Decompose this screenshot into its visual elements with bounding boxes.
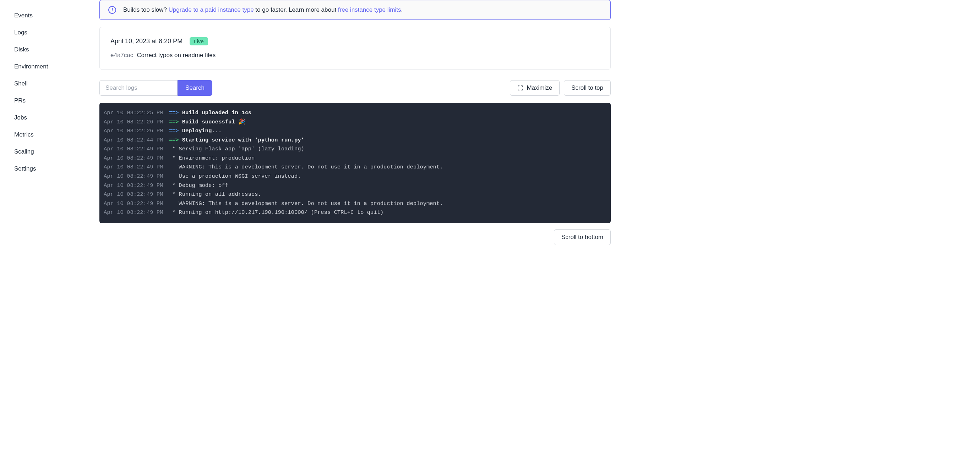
log-line: Apr 10 08:22:26 PM==> Build successful 🎉 (104, 118, 606, 127)
sidebar-item-prs[interactable]: PRs (0, 92, 99, 109)
log-arrow-icon: ==> (169, 137, 182, 143)
sidebar-item-events[interactable]: Events (0, 7, 99, 24)
log-timestamp: Apr 10 08:22:44 PM (104, 136, 169, 145)
log-message: * Environment: production (169, 154, 255, 163)
scroll-top-label: Scroll to top (571, 84, 603, 92)
banner-text: Builds too slow? Upgrade to a paid insta… (123, 6, 402, 13)
sidebar-item-metrics[interactable]: Metrics (0, 126, 99, 143)
sidebar-item-disks[interactable]: Disks (0, 41, 99, 58)
log-line: Apr 10 08:22:44 PM==> Starting service w… (104, 136, 606, 145)
log-timestamp: Apr 10 08:22:49 PM (104, 208, 169, 217)
scroll-to-top-button[interactable]: Scroll to top (564, 80, 611, 96)
log-message: ==> Deploying... (169, 127, 221, 136)
log-timestamp: Apr 10 08:22:49 PM (104, 199, 169, 209)
commit-hash[interactable]: e4a7cac (110, 52, 133, 59)
sidebar-item-jobs[interactable]: Jobs (0, 109, 99, 126)
log-arrow-icon: ==> (169, 109, 182, 116)
main-content: i Builds too slow? Upgrade to a paid ins… (99, 0, 625, 461)
sidebar-item-scaling[interactable]: Scaling (0, 143, 99, 160)
log-message: ==> Starting service with 'python run.py… (169, 136, 304, 145)
sidebar-item-environment[interactable]: Environment (0, 58, 99, 75)
deploy-card: April 10, 2023 at 8:20 PM Live e4a7cac C… (99, 27, 611, 70)
log-message: * Running on all addresses. (169, 190, 261, 199)
log-line: Apr 10 08:22:49 PM * Environment: produc… (104, 154, 606, 163)
log-line: Apr 10 08:22:49 PM WARNING: This is a de… (104, 163, 606, 172)
info-icon: i (108, 6, 116, 14)
log-line: Apr 10 08:22:49 PM * Running on http://1… (104, 208, 606, 217)
maximize-label: Maximize (527, 84, 552, 92)
log-line: Apr 10 08:22:49 PM WARNING: This is a de… (104, 199, 606, 209)
log-message: * Debug mode: off (169, 181, 228, 190)
sidebar-item-shell[interactable]: Shell (0, 75, 99, 92)
controls-row: Search Maximize Scroll to top (99, 80, 611, 96)
commit-message: Correct typos on readme files (137, 52, 216, 59)
search-input[interactable] (99, 80, 178, 96)
log-timestamp: Apr 10 08:22:26 PM (104, 118, 169, 127)
log-message: * Running on http://10.217.190.190:10000… (169, 208, 383, 217)
log-message: ==> Build uploaded in 14s (169, 109, 251, 118)
log-arrow-icon: ==> (169, 119, 182, 125)
upgrade-link[interactable]: Upgrade to a paid instance type (169, 6, 254, 13)
log-timestamp: Apr 10 08:22:26 PM (104, 127, 169, 136)
log-line: Apr 10 08:22:49 PM * Running on all addr… (104, 190, 606, 199)
log-timestamp: Apr 10 08:22:49 PM (104, 163, 169, 172)
banner-text-after: . (401, 6, 402, 13)
maximize-button[interactable]: Maximize (510, 80, 560, 96)
log-message: WARNING: This is a development server. D… (169, 199, 443, 209)
banner-text-mid: to go faster. Learn more about (254, 6, 338, 13)
log-line: Apr 10 08:22:49 PM Use a production WSGI… (104, 172, 606, 181)
log-timestamp: Apr 10 08:22:49 PM (104, 181, 169, 190)
scroll-bottom-label: Scroll to bottom (562, 234, 603, 241)
deploy-date: April 10, 2023 at 8:20 PM (110, 38, 183, 45)
log-line: Apr 10 08:22:49 PM * Serving Flask app '… (104, 145, 606, 154)
log-line: Apr 10 08:22:25 PM==> Build uploaded in … (104, 109, 606, 118)
maximize-icon (517, 85, 523, 91)
info-banner: i Builds too slow? Upgrade to a paid ins… (99, 0, 611, 20)
log-timestamp: Apr 10 08:22:49 PM (104, 190, 169, 199)
sidebar: Events Logs Disks Environment Shell PRs … (0, 0, 99, 461)
log-message: * Serving Flask app 'app' (lazy loading) (169, 145, 304, 154)
log-line: Apr 10 08:22:49 PM * Debug mode: off (104, 181, 606, 190)
scroll-to-bottom-button[interactable]: Scroll to bottom (554, 230, 611, 245)
log-terminal[interactable]: Apr 10 08:22:25 PM==> Build uploaded in … (99, 103, 611, 223)
live-badge: Live (189, 37, 208, 45)
search-button[interactable]: Search (178, 80, 212, 96)
log-line: Apr 10 08:22:26 PM==> Deploying... (104, 127, 606, 136)
search-group: Search (99, 80, 212, 96)
sidebar-item-settings[interactable]: Settings (0, 160, 99, 177)
banner-text-before: Builds too slow? (123, 6, 169, 13)
limits-link[interactable]: free instance type limits (338, 6, 401, 13)
log-message: ==> Build successful 🎉 (169, 118, 245, 127)
log-timestamp: Apr 10 08:22:25 PM (104, 109, 169, 118)
log-timestamp: Apr 10 08:22:49 PM (104, 154, 169, 163)
log-timestamp: Apr 10 08:22:49 PM (104, 172, 169, 181)
sidebar-item-logs[interactable]: Logs (0, 24, 99, 41)
log-timestamp: Apr 10 08:22:49 PM (104, 145, 169, 154)
log-message: WARNING: This is a development server. D… (169, 163, 443, 172)
log-message: Use a production WSGI server instead. (169, 172, 301, 181)
log-arrow-icon: ==> (169, 128, 182, 134)
